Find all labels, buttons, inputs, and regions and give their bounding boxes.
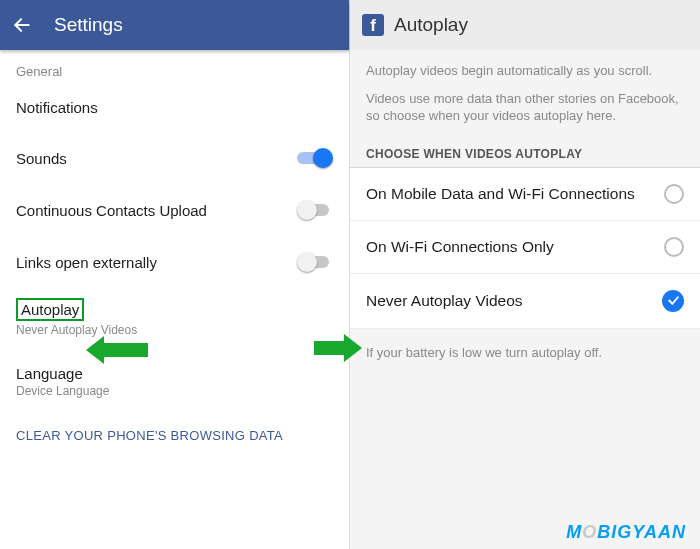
toggle-contacts-upload[interactable] <box>297 200 333 220</box>
clear-browsing-data-button[interactable]: CLEAR YOUR PHONE'S BROWSING DATA <box>0 410 349 461</box>
option-mobile-and-wifi-label: On Mobile Data and Wi-Fi Connections <box>366 184 664 203</box>
section-choose-when: CHOOSE WHEN VIDEOS AUTOPLAY <box>350 135 700 168</box>
label-links-external: Links open externally <box>16 254 157 271</box>
check-selected-icon <box>662 290 684 312</box>
option-never-label: Never Autoplay Videos <box>366 291 662 310</box>
label-notifications: Notifications <box>16 99 98 116</box>
battery-footnote: If your battery is low we turn autoplay … <box>350 329 700 376</box>
autoplay-header: f Autoplay <box>350 0 700 50</box>
option-wifi-only[interactable]: On Wi-Fi Connections Only <box>350 221 700 274</box>
label-autoplay: Autoplay <box>16 298 84 321</box>
section-general: General <box>0 50 349 83</box>
watermark-letter: M <box>566 522 582 542</box>
watermark-letter: O <box>582 522 597 542</box>
row-autoplay[interactable]: Autoplay <box>0 288 349 323</box>
settings-title: Settings <box>54 14 123 36</box>
watermark-rest: BIGYAAN <box>597 522 686 542</box>
autoplay-description-1: Autoplay videos begin automatically as y… <box>350 50 700 86</box>
sub-autoplay: Never Autoplay Videos <box>0 323 349 349</box>
toggle-links-external[interactable] <box>297 252 333 272</box>
settings-header: Settings <box>0 0 349 50</box>
row-links-external[interactable]: Links open externally <box>0 236 349 288</box>
option-mobile-and-wifi[interactable]: On Mobile Data and Wi-Fi Connections <box>350 168 700 221</box>
sub-language: Device Language <box>0 384 349 410</box>
facebook-icon: f <box>362 14 384 36</box>
row-notifications[interactable]: Notifications <box>0 83 349 132</box>
toggle-sounds[interactable] <box>297 148 333 168</box>
row-language[interactable]: Language <box>0 349 349 384</box>
label-contacts-upload: Continuous Contacts Upload <box>16 202 207 219</box>
row-sounds[interactable]: Sounds <box>0 132 349 184</box>
back-icon[interactable] <box>12 15 32 35</box>
radio-unchecked-icon <box>664 184 684 204</box>
row-contacts-upload[interactable]: Continuous Contacts Upload <box>0 184 349 236</box>
radio-unchecked-icon <box>664 237 684 257</box>
watermark: MOBIGYAAN <box>566 522 686 543</box>
option-never[interactable]: Never Autoplay Videos <box>350 274 700 329</box>
label-sounds: Sounds <box>16 150 67 167</box>
label-language: Language <box>16 365 83 382</box>
settings-screen: Settings General Notifications Sounds Co… <box>0 0 350 549</box>
autoplay-description-2: Videos use more data than other stories … <box>350 86 700 135</box>
autoplay-screen: f Autoplay Autoplay videos begin automat… <box>350 0 700 549</box>
autoplay-title: Autoplay <box>394 14 468 36</box>
option-wifi-only-label: On Wi-Fi Connections Only <box>366 237 664 256</box>
